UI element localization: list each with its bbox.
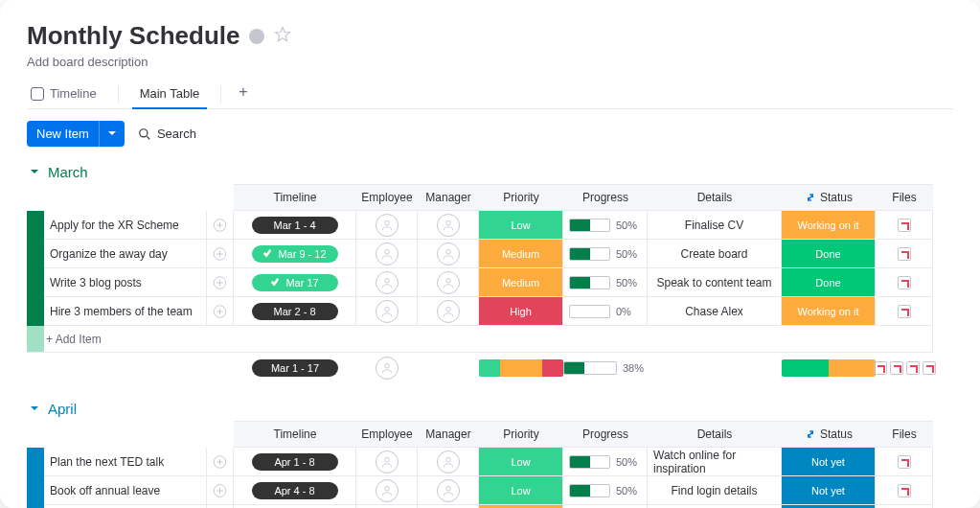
priority-cell[interactable]: Low: [479, 448, 563, 476]
add-subitem-button[interactable]: [207, 297, 234, 326]
item-name[interactable]: Apply for the XR Scheme: [44, 211, 207, 240]
priority-cell[interactable]: Medium: [479, 240, 563, 268]
manager-cell[interactable]: [418, 476, 479, 505]
svg-point-0: [140, 128, 148, 136]
col-manager[interactable]: Manager: [418, 421, 479, 448]
col-timeline[interactable]: Timeline: [234, 421, 356, 448]
employee-cell[interactable]: [356, 297, 418, 326]
col-progress[interactable]: Progress: [563, 184, 648, 211]
group-header[interactable]: March: [29, 164, 953, 180]
file-icons[interactable]: [898, 455, 911, 469]
timeline-cell[interactable]: Mar 9 - 12: [234, 240, 356, 268]
add-subitem-button[interactable]: [207, 448, 234, 476]
add-tab-button[interactable]: +: [239, 83, 247, 106]
progress-cell[interactable]: 50%: [563, 211, 648, 240]
timeline-cell[interactable]: Mar 17: [234, 268, 356, 297]
col-status[interactable]: Status: [782, 421, 876, 448]
col-manager[interactable]: Manager: [418, 184, 479, 211]
tab-main-table[interactable]: Main Table: [136, 81, 204, 108]
files-cell[interactable]: [876, 268, 933, 297]
files-cell[interactable]: [876, 297, 933, 326]
file-icon: [898, 484, 911, 497]
manager-cell[interactable]: [418, 268, 479, 297]
timeline-cell[interactable]: Apr 4 - 8: [234, 476, 356, 505]
item-name[interactable]: Write 3 blog posts: [44, 268, 207, 297]
col-details[interactable]: Details: [648, 421, 782, 448]
manager-cell[interactable]: [418, 240, 479, 268]
search-button[interactable]: Search: [138, 127, 196, 141]
file-icons[interactable]: [898, 276, 911, 289]
col-priority[interactable]: Priority: [479, 184, 563, 211]
details-cell[interactable]: Watch online for inspiration: [648, 448, 782, 476]
progress-cell[interactable]: 50%: [563, 240, 648, 268]
employee-cell[interactable]: [356, 476, 418, 505]
files-cell[interactable]: [876, 448, 933, 476]
status-cell[interactable]: Working on it: [782, 211, 876, 240]
progress-cell[interactable]: 50%: [563, 448, 648, 476]
progress-cell[interactable]: 50%: [563, 476, 648, 505]
manager-cell[interactable]: [418, 297, 479, 326]
employee-cell[interactable]: [356, 268, 418, 297]
status-cell[interactable]: Not yet: [782, 448, 876, 476]
priority-cell[interactable]: Medium: [479, 268, 563, 297]
manager-cell[interactable]: [418, 448, 479, 476]
priority-cell[interactable]: Low: [479, 211, 563, 240]
col-priority[interactable]: Priority: [479, 421, 563, 448]
status-cell[interactable]: Not yet: [782, 476, 876, 505]
item-name[interactable]: Organize the away day: [44, 240, 207, 268]
col-files[interactable]: Files: [876, 421, 933, 448]
svg-point-19: [445, 486, 450, 491]
priority-cell[interactable]: Low: [479, 476, 563, 505]
add-subitem-button[interactable]: [207, 240, 234, 268]
board-subtitle[interactable]: Add board description: [27, 55, 953, 69]
item-name[interactable]: Hire 3 members of the team: [44, 297, 207, 326]
chevron-down-icon[interactable]: [99, 121, 125, 147]
tab-timeline[interactable]: Timeline: [27, 81, 101, 108]
details-cell[interactable]: Find login details: [648, 476, 782, 505]
file-icons[interactable]: [898, 219, 911, 232]
status-cell[interactable]: Done: [782, 240, 876, 268]
info-icon[interactable]: [249, 29, 264, 44]
person-icon: [437, 271, 460, 294]
star-icon[interactable]: [274, 26, 291, 46]
progress-cell[interactable]: 50%: [563, 268, 648, 297]
file-icons[interactable]: [874, 361, 936, 375]
file-icons[interactable]: [898, 305, 911, 318]
manager-cell[interactable]: [418, 211, 479, 240]
progress-cell[interactable]: 0%: [563, 297, 648, 326]
col-status[interactable]: Status: [782, 184, 876, 211]
files-cell[interactable]: [876, 211, 933, 240]
file-icons[interactable]: [898, 484, 911, 497]
item-name[interactable]: Book off annual leave: [44, 476, 207, 505]
timeline-cell[interactable]: Apr 1 - 8: [234, 448, 356, 476]
employee-cell[interactable]: [356, 448, 418, 476]
timeline-cell[interactable]: Mar 1 - 4: [234, 211, 356, 240]
svg-point-13: [385, 363, 390, 368]
timeline-cell[interactable]: Mar 2 - 8: [234, 297, 356, 326]
add-subitem-button[interactable]: [207, 211, 234, 240]
status-cell[interactable]: Working on it: [782, 297, 876, 326]
employee-cell[interactable]: [356, 211, 418, 240]
files-cell[interactable]: [876, 476, 933, 505]
details-cell[interactable]: Finalise CV: [648, 211, 782, 240]
details-cell[interactable]: Chase Alex: [648, 297, 782, 326]
files-cell[interactable]: [876, 240, 933, 268]
add-subitem-button[interactable]: [207, 268, 234, 297]
col-details[interactable]: Details: [648, 184, 782, 211]
col-timeline[interactable]: Timeline: [234, 184, 356, 211]
new-item-button[interactable]: New Item: [27, 121, 125, 147]
col-employee[interactable]: Employee: [356, 421, 418, 448]
priority-cell[interactable]: High: [479, 297, 563, 326]
tabs: Timeline Main Table +: [27, 81, 953, 109]
details-cell[interactable]: Speak to content team: [648, 268, 782, 297]
employee-cell[interactable]: [356, 240, 418, 268]
col-files[interactable]: Files: [876, 184, 933, 211]
file-icons[interactable]: [898, 247, 911, 261]
item-name[interactable]: Plan the next TED talk: [44, 448, 207, 476]
status-cell[interactable]: Done: [782, 268, 876, 297]
col-progress[interactable]: Progress: [563, 421, 648, 448]
col-employee[interactable]: Employee: [356, 184, 418, 211]
group-header[interactable]: April: [29, 401, 953, 417]
add-subitem-button[interactable]: [207, 476, 234, 505]
details-cell[interactable]: Create board: [648, 240, 782, 268]
